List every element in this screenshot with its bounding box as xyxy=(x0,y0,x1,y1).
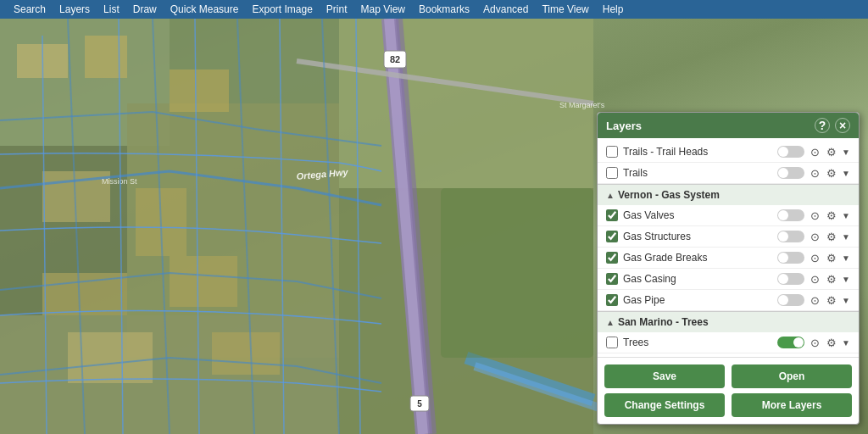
change-settings-button[interactable]: Change Settings xyxy=(604,393,725,417)
layer-row-gas-valves: Gas Valves ⊙ ⚙ ▼ xyxy=(598,205,859,226)
layer-checkbox-gas-valves[interactable] xyxy=(606,209,618,221)
layer-controls-trails: ⊙ ⚙ ▼ xyxy=(777,166,850,180)
layer-checkbox-gas-pipe[interactable] xyxy=(606,294,618,306)
svg-rect-23 xyxy=(441,188,593,358)
layer-dropdown-gas-structures[interactable]: ▼ xyxy=(842,232,850,242)
layer-gear-trail-heads[interactable]: ⚙ xyxy=(825,145,838,159)
layer-gear-gas-structures[interactable]: ⚙ xyxy=(825,230,838,243)
menu-draw[interactable]: Draw xyxy=(126,2,164,17)
layer-row-gas-pipe: Gas Pipe ⊙ ⚙ ▼ xyxy=(598,290,859,311)
more-layers-button[interactable]: More Layers xyxy=(732,393,852,417)
layers-panel-header: Layers ? × xyxy=(598,113,859,138)
layer-name-gas-pipe: Gas Pipe xyxy=(623,294,772,306)
menu-list[interactable]: List xyxy=(97,2,126,17)
map-container[interactable]: 82 5 Ortega Hwy Mission St St Margaret's… xyxy=(0,19,868,434)
svg-text:St Margaret's: St Margaret's xyxy=(559,101,605,109)
layers-panel: Layers ? × Trails - Trail Heads ⊙ ⚙ ▼ xyxy=(597,112,860,425)
layers-footer: Save Open Change Settings More Layers xyxy=(598,357,859,424)
group-name-vernon: Vernon - Gas System xyxy=(618,189,720,201)
svg-rect-15 xyxy=(212,332,280,375)
layer-name-trails: Trails xyxy=(623,167,772,179)
menubar: Search Layers List Draw Quick Measure Ex… xyxy=(0,0,868,19)
layer-toggle-trail-heads[interactable] xyxy=(777,146,804,158)
layer-row-gas-grade-breaks: Gas Grade Breaks ⊙ ⚙ ▼ xyxy=(598,248,859,269)
menu-print[interactable]: Print xyxy=(320,2,354,17)
menu-export-image[interactable]: Export Image xyxy=(245,2,319,17)
layer-group-header-vernon[interactable]: ▲ Vernon - Gas System xyxy=(598,184,859,205)
layer-controls-gas-pipe: ⊙ ⚙ ▼ xyxy=(777,293,850,307)
layers-close-button[interactable]: × xyxy=(835,118,850,133)
layer-clock-gas-pipe[interactable]: ⊙ xyxy=(808,293,821,307)
layer-checkbox-gas-casing[interactable] xyxy=(606,273,618,285)
layer-toggle-gas-valves[interactable] xyxy=(777,209,804,221)
layer-gear-trails[interactable]: ⚙ xyxy=(825,166,838,180)
layers-btn-row-2: Change Settings More Layers xyxy=(604,393,852,417)
layer-name-gas-casing: Gas Casing xyxy=(623,273,772,285)
layer-toggle-trails[interactable] xyxy=(777,167,804,179)
layer-clock-trails[interactable]: ⊙ xyxy=(808,166,821,180)
layer-dropdown-gas-grade-breaks[interactable]: ▼ xyxy=(842,253,850,263)
layer-gear-gas-casing[interactable]: ⚙ xyxy=(825,272,838,286)
layer-name-gas-grade-breaks: Gas Grade Breaks xyxy=(623,252,772,264)
menu-quick-measure[interactable]: Quick Measure xyxy=(164,2,246,17)
menu-layers[interactable]: Layers xyxy=(53,2,97,17)
menu-advanced[interactable]: Advanced xyxy=(476,2,535,17)
layer-dropdown-trees[interactable]: ▼ xyxy=(842,338,850,348)
layer-toggle-trees[interactable] xyxy=(777,337,804,348)
layer-checkbox-trail-heads[interactable] xyxy=(606,146,618,158)
layer-dropdown-trails[interactable]: ▼ xyxy=(842,169,850,178)
layer-controls-trees: ⊙ ⚙ ▼ xyxy=(777,336,850,349)
layer-checkbox-gas-structures[interactable] xyxy=(606,231,618,242)
layers-header-controls: ? × xyxy=(815,118,850,133)
svg-rect-9 xyxy=(170,70,229,112)
svg-text:Mission St: Mission St xyxy=(102,177,137,186)
save-button[interactable]: Save xyxy=(604,364,725,388)
layer-name-gas-structures: Gas Structures xyxy=(623,231,772,242)
layer-row-trail-heads: Trails - Trail Heads ⊙ ⚙ ▼ xyxy=(598,142,859,163)
svg-rect-13 xyxy=(170,256,237,307)
menu-bookmarks[interactable]: Bookmarks xyxy=(412,2,476,17)
layer-checkbox-gas-grade-breaks[interactable] xyxy=(606,252,618,264)
layer-clock-trees[interactable]: ⊙ xyxy=(808,336,821,349)
layer-toggle-gas-casing[interactable] xyxy=(777,273,804,285)
layer-gear-gas-grade-breaks[interactable]: ⚙ xyxy=(825,251,838,264)
layers-btn-row-1: Save Open xyxy=(604,364,852,388)
layer-clock-gas-casing[interactable]: ⊙ xyxy=(808,272,821,286)
layer-toggle-gas-structures[interactable] xyxy=(777,231,804,242)
menu-time-view[interactable]: Time View xyxy=(535,2,595,17)
layer-group-header-sanmarino[interactable]: ▲ San Marino - Trees xyxy=(598,311,859,332)
layer-clock-gas-structures[interactable]: ⊙ xyxy=(808,230,821,243)
layer-checkbox-trees[interactable] xyxy=(606,337,618,348)
group-caret-sanmarino: ▲ xyxy=(606,318,615,327)
layer-checkbox-trails[interactable] xyxy=(606,167,618,179)
layer-controls-gas-grade-breaks: ⊙ ⚙ ▼ xyxy=(777,251,850,264)
layer-controls-gas-valves: ⊙ ⚙ ▼ xyxy=(777,209,850,222)
layer-row-gas-structures: Gas Structures ⊙ ⚙ ▼ xyxy=(598,226,859,248)
open-button[interactable]: Open xyxy=(732,364,852,388)
layer-clock-gas-grade-breaks[interactable]: ⊙ xyxy=(808,251,821,264)
svg-rect-4 xyxy=(339,19,593,188)
layer-name-trail-heads: Trails - Trail Heads xyxy=(623,146,772,158)
menu-help[interactable]: Help xyxy=(596,2,631,17)
layer-dropdown-gas-pipe[interactable]: ▼ xyxy=(842,296,850,305)
layer-row-trails: Trails ⊙ ⚙ ▼ xyxy=(598,163,859,184)
layer-clock-gas-valves[interactable]: ⊙ xyxy=(808,209,821,222)
menu-map-view[interactable]: Map View xyxy=(354,2,412,17)
layer-gear-gas-valves[interactable]: ⚙ xyxy=(825,209,838,222)
group-caret-vernon: ▲ xyxy=(606,191,615,200)
layer-gear-gas-pipe[interactable]: ⚙ xyxy=(825,293,838,307)
layer-gear-trees[interactable]: ⚙ xyxy=(825,336,838,349)
layer-clock-trail-heads[interactable]: ⊙ xyxy=(808,145,821,159)
layer-toggle-gas-grade-breaks[interactable] xyxy=(777,252,804,264)
menu-search[interactable]: Search xyxy=(7,2,53,17)
layers-help-button[interactable]: ? xyxy=(815,118,830,133)
layers-panel-title: Layers xyxy=(606,120,642,132)
layer-name-gas-valves: Gas Valves xyxy=(623,209,772,221)
layer-dropdown-gas-casing[interactable]: ▼ xyxy=(842,275,850,284)
layer-name-trees: Trees xyxy=(623,337,772,348)
layer-toggle-gas-pipe[interactable] xyxy=(777,294,804,306)
layer-dropdown-gas-valves[interactable]: ▼ xyxy=(842,211,850,220)
group-name-sanmarino: San Marino - Trees xyxy=(618,316,709,328)
layer-row-gas-casing: Gas Casing ⊙ ⚙ ▼ xyxy=(598,269,859,290)
layer-dropdown-trail-heads[interactable]: ▼ xyxy=(842,147,850,157)
